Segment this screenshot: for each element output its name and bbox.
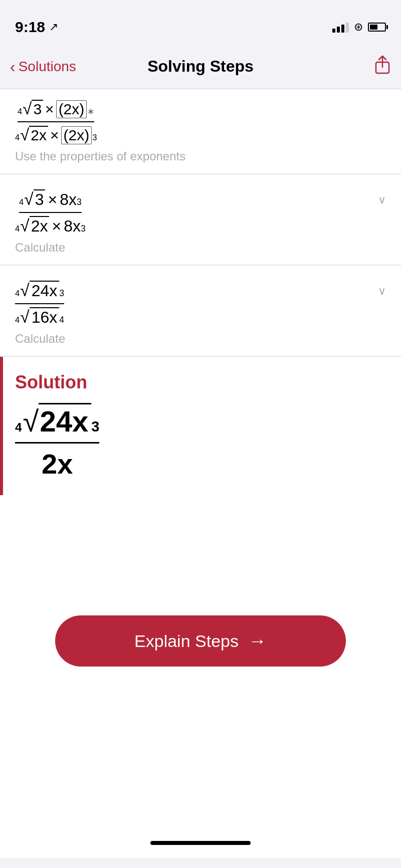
nav-bar: ‹ Solutions Solving Steps: [0, 44, 401, 89]
signal-bar-2: [337, 27, 340, 33]
step-2-numerator: 4 √ 3 × 8x 3: [19, 189, 82, 213]
step-3: ∨ 4 √ 24x 3 4 √ 16x 4 Calculate: [0, 266, 401, 356]
step-3-toggle[interactable]: ∨: [378, 285, 386, 298]
step-1: 4 √ 3 × (2x) ∗ 4 √ 2x × (2x) 3 Use the p…: [0, 89, 401, 174]
signal-bar-4: [346, 23, 349, 33]
content-area: 4 √ 3 × (2x) ∗ 4 √ 2x × (2x) 3 Use the p…: [0, 89, 401, 828]
solution-denominator: 2x: [42, 444, 73, 480]
spacer: [0, 495, 401, 595]
step-3-fraction: 4 √ 24x 3 4 √ 16x 4: [15, 281, 64, 327]
signal-bar-3: [341, 25, 344, 33]
step-2-hint: Calculate: [15, 241, 386, 255]
status-bar: 9:18 ↗ ⊛: [0, 0, 401, 44]
step-3-denominator: 4 √ 16x 4: [15, 304, 64, 327]
battery-fill: [370, 25, 377, 30]
home-indicator: [0, 828, 401, 858]
page-title: Solving Steps: [147, 57, 254, 76]
share-icon: [374, 55, 391, 74]
step-1-fraction: 4 √ 3 × (2x) ∗ 4 √ 2x × (2x) 3: [15, 99, 97, 144]
location-icon: ↗: [49, 21, 58, 34]
explain-steps-arrow: →: [249, 630, 267, 652]
step-2-fraction: 4 √ 3 × 8x 3 4 √ 2x × 8x 3: [15, 189, 86, 236]
step-3-numerator: 4 √ 24x 3: [15, 281, 64, 304]
step-2: ∨ 4 √ 3 × 8x 3 4 √ 2x × 8x 3 Calculate: [0, 174, 401, 265]
wifi-icon: ⊛: [354, 21, 363, 34]
status-time: 9:18: [15, 19, 45, 36]
status-icons: ⊛: [332, 21, 386, 34]
home-bar: [150, 841, 251, 845]
step-1-denominator: 4 √ 2x × (2x) 3: [15, 122, 97, 144]
step-3-hint: Calculate: [15, 332, 386, 346]
step-2-toggle[interactable]: ∨: [378, 193, 386, 206]
battery-icon: [368, 23, 386, 32]
solution-numerator: 4 √ 24x 3: [15, 403, 99, 444]
solution-label: Solution: [15, 372, 386, 393]
back-chevron-icon: ‹: [10, 59, 16, 75]
step-2-denominator: 4 √ 2x × 8x 3: [15, 213, 86, 236]
explain-steps-button[interactable]: Explain Steps →: [55, 615, 346, 667]
signal-bar-1: [332, 29, 335, 33]
solution-fraction: 4 √ 24x 3 2x: [15, 403, 99, 480]
back-button[interactable]: ‹ Solutions: [10, 59, 76, 75]
bottom-section: Explain Steps →: [0, 595, 401, 697]
share-button[interactable]: [374, 55, 391, 78]
step-1-hint: Use the properties of exponents: [15, 149, 386, 163]
signal-bars: [332, 22, 349, 33]
explain-steps-label: Explain Steps: [134, 631, 239, 651]
solution-section: Solution 4 √ 24x 3 2x: [0, 357, 401, 495]
solution-math: 4 √ 24x 3 2x: [15, 403, 386, 480]
step-1-numerator: 4 √ 3 × (2x) ∗: [18, 99, 94, 122]
back-label: Solutions: [19, 59, 76, 75]
